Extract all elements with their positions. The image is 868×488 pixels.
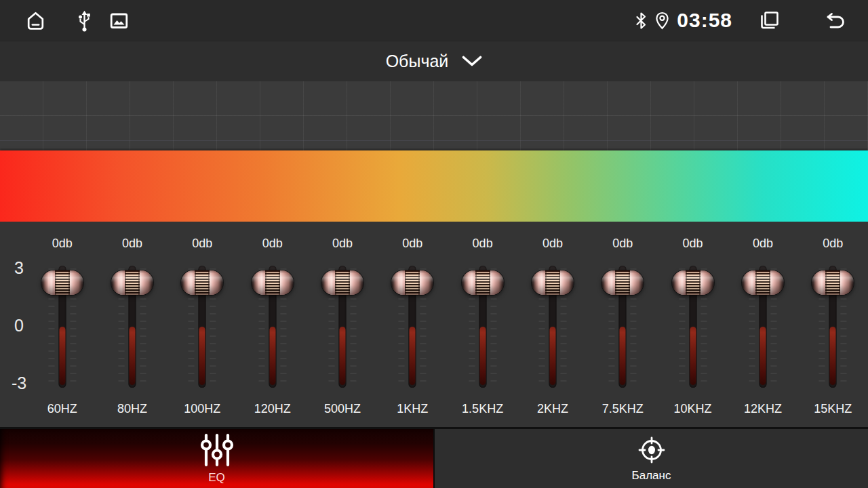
spectrum-gradient-bar — [0, 150, 868, 222]
band-slider-knob[interactable] — [181, 270, 223, 295]
band-frequency-label: 12KHZ — [728, 402, 797, 416]
eq-band-80hz: 0db 80HZ — [97, 222, 167, 427]
preset-name: Обычай — [386, 52, 449, 71]
band-slider-knob[interactable] — [252, 270, 294, 295]
home-icon[interactable] — [24, 9, 47, 32]
equalizer-panel: 3 0 -3 0db 60HZ 0db 80HZ 0db 100HZ — [0, 222, 868, 427]
band-slider-fill — [690, 327, 696, 385]
eq-band-15khz: 0db 15KHZ — [798, 222, 868, 427]
band-slider-fill — [129, 327, 135, 385]
band-value: 0db — [97, 237, 167, 251]
band-frequency-label: 2KHZ — [517, 402, 587, 416]
status-bar-right: 03:58 — [634, 0, 848, 41]
knob-ribs — [265, 270, 280, 295]
band-slider-knob[interactable] — [321, 270, 363, 295]
knob-ribs — [615, 270, 630, 295]
back-arrow-icon[interactable] — [823, 10, 848, 30]
band-slider-fill — [479, 327, 486, 385]
band-slider-knob[interactable] — [111, 270, 153, 295]
balance-target-icon — [636, 434, 667, 466]
band-frequency-label: 15KHZ — [798, 402, 868, 416]
eq-band-1khz: 0db 1KHZ — [378, 222, 448, 427]
eq-bands: 0db 60HZ 0db 80HZ 0db 100HZ 0db — [27, 222, 868, 427]
band-slider-fill — [199, 327, 205, 385]
band-value: 0db — [448, 237, 517, 251]
band-value: 0db — [728, 237, 797, 251]
band-slider-knob[interactable] — [601, 270, 644, 295]
band-frequency-label: 500HZ — [307, 402, 377, 416]
band-value: 0db — [588, 237, 658, 251]
bluetooth-icon — [634, 11, 648, 30]
band-frequency-label: 80HZ — [97, 402, 167, 416]
band-slider-knob[interactable] — [532, 270, 574, 295]
band-slider-knob[interactable] — [812, 270, 854, 295]
band-value: 0db — [798, 237, 868, 251]
knob-ribs — [405, 270, 420, 295]
knob-ribs — [475, 270, 490, 295]
knob-ribs — [125, 270, 140, 295]
band-slider-fill — [59, 327, 65, 385]
status-bar: 03:58 — [0, 0, 868, 41]
band-value: 0db — [237, 237, 307, 251]
band-value: 0db — [517, 237, 587, 251]
knob-ribs — [195, 270, 210, 295]
eq-band-10khz: 0db 10KHZ — [658, 222, 728, 427]
status-bar-left — [24, 0, 128, 41]
band-slider-fill — [410, 327, 416, 385]
band-slider-fill — [339, 327, 345, 385]
eq-band-12khz: 0db 12KHZ — [728, 222, 797, 427]
spectrum-grid — [0, 81, 868, 150]
band-value: 0db — [27, 237, 97, 251]
band-frequency-label: 1KHZ — [378, 402, 448, 416]
eq-band-100hz: 0db 100HZ — [167, 222, 237, 427]
eq-sliders-icon — [200, 432, 234, 468]
band-slider-fill — [269, 327, 275, 385]
band-slider-knob[interactable] — [742, 270, 784, 295]
band-slider-knob[interactable] — [391, 270, 433, 295]
bottom-tab-bar: EQ Баланс — [0, 427, 868, 488]
preset-selector[interactable]: Обычай — [0, 41, 868, 81]
band-slider-fill — [830, 327, 836, 385]
band-frequency-label: 7.5KHZ — [588, 402, 658, 416]
band-slider-fill — [549, 327, 555, 385]
knob-ribs — [545, 270, 560, 295]
band-frequency-label: 100HZ — [167, 402, 237, 416]
knob-ribs — [335, 270, 350, 295]
band-value: 0db — [658, 237, 728, 251]
band-slider-knob[interactable] — [462, 270, 504, 295]
knob-ribs — [825, 270, 840, 295]
tab-eq-label: EQ — [208, 471, 225, 485]
band-slider-knob[interactable] — [672, 270, 714, 295]
gallery-icon[interactable] — [110, 12, 128, 30]
eq-band-500hz: 0db 500HZ — [307, 222, 377, 427]
chevron-down-icon — [462, 56, 482, 67]
eq-band-1-5khz: 0db 1.5KHZ — [448, 222, 517, 427]
eq-band-7-5khz: 0db 7.5KHZ — [588, 222, 658, 427]
knob-ribs — [55, 270, 70, 295]
band-frequency-label: 60HZ — [27, 402, 97, 416]
overlapping-windows-icon[interactable] — [758, 9, 781, 32]
band-frequency-label: 1.5KHZ — [448, 402, 517, 416]
usb-icon[interactable] — [77, 9, 92, 33]
tab-balance-label: Баланс — [632, 469, 671, 483]
band-slider-fill — [620, 327, 626, 385]
eq-band-2khz: 0db 2KHZ — [517, 222, 587, 427]
knob-ribs — [686, 270, 701, 295]
band-slider-knob[interactable] — [41, 270, 83, 295]
band-value: 0db — [378, 237, 448, 251]
band-frequency-label: 120HZ — [237, 402, 307, 416]
head-unit-equalizer-screen: 03:58 Обычай — [0, 0, 868, 488]
tab-eq[interactable]: EQ — [0, 429, 433, 488]
band-frequency-label: 10KHZ — [658, 402, 728, 416]
eq-band-60hz: 0db 60HZ — [27, 222, 97, 427]
tab-balance[interactable]: Баланс — [433, 429, 868, 488]
band-slider-fill — [760, 327, 766, 385]
clock: 03:58 — [677, 9, 732, 32]
eq-band-120hz: 0db 120HZ — [237, 222, 307, 427]
band-value: 0db — [167, 237, 237, 251]
band-value: 0db — [307, 237, 377, 251]
location-icon — [654, 11, 670, 30]
knob-ribs — [755, 270, 770, 295]
